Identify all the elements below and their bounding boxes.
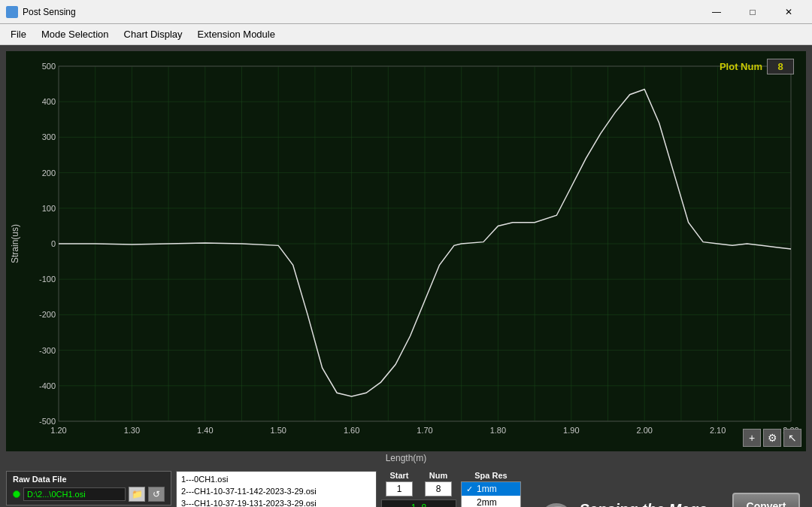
app-title: Post Sensing xyxy=(23,7,699,17)
list-item[interactable]: 2---CH1-10-37-11-142-2023-3-29.osi xyxy=(178,485,374,497)
app-icon xyxy=(6,6,18,18)
file-list[interactable]: 1---0CH1.osi2---CH1-10-37-11-142-2023-3-… xyxy=(176,471,377,507)
start-num-row: Start Num xyxy=(381,471,456,496)
spa-res-item[interactable]: ✓1mm xyxy=(462,482,520,496)
menu-mode-selection[interactable]: Mode Selection xyxy=(34,26,117,43)
start-label: Start xyxy=(389,471,408,480)
raw-data-file-row: D:\2...\0CH1.osi 📁 ↺ xyxy=(13,487,165,502)
raw-data-file-led xyxy=(13,490,20,498)
raw-data-file-folder-button[interactable]: 📁 xyxy=(129,487,145,502)
brand-circle-icon xyxy=(540,503,573,507)
raw-data-file-value: D:\2...\0CH1.osi xyxy=(23,487,126,501)
chart-nav: + ⚙ ↖ xyxy=(743,429,801,447)
raw-data-file-title: Raw Data File xyxy=(13,475,165,484)
num-label: Num xyxy=(429,471,447,480)
menu-file[interactable]: File xyxy=(3,26,34,43)
bottom-panel: Raw Data File D:\2...\0CH1.osi 📁 ↺ Raw D… xyxy=(0,466,812,507)
range-display: 1~8 xyxy=(381,499,456,507)
menu-bar: File Mode Selection Chart Display Extens… xyxy=(0,24,812,45)
spa-res-item[interactable]: 2mm xyxy=(462,496,520,507)
start-input[interactable] xyxy=(386,481,413,496)
zoom-in-button[interactable]: + xyxy=(743,429,761,447)
main-content: Plot Num 8 + ⚙ ↖ Length(m) Raw Data File… xyxy=(0,45,812,507)
cursor-button[interactable]: ↖ xyxy=(783,429,801,447)
settings-button[interactable]: ⚙ xyxy=(763,429,781,447)
spa-res-title: Spa Res xyxy=(461,471,521,480)
chart-wrapper: Plot Num 8 + ⚙ ↖ xyxy=(6,51,806,451)
title-bar: Post Sensing — □ ✕ xyxy=(0,0,812,24)
x-axis-label: Length(m) xyxy=(0,451,812,466)
convert-button[interactable]: Convert xyxy=(732,493,800,507)
plot-num-value: 8 xyxy=(767,59,794,74)
list-item[interactable]: 3---CH1-10-37-19-131-2023-3-29.osi xyxy=(178,497,374,507)
list-item[interactable]: 1---0CH1.osi xyxy=(178,473,374,485)
menu-extension-module[interactable]: Extension Module xyxy=(190,26,283,43)
brand-tagline: Sensing the Mega xyxy=(579,501,707,507)
plot-num-label: Plot Num xyxy=(720,61,762,72)
num-input[interactable] xyxy=(425,481,452,496)
window-controls: — □ ✕ xyxy=(699,2,806,23)
spa-res-list[interactable]: ✓1mm2mm5mm1cm2cm5cm10cm xyxy=(461,481,521,507)
brand-area: Sensing the Mega 昊衡科技 MegaSense xyxy=(526,471,722,507)
maximize-button[interactable]: □ xyxy=(735,2,770,23)
chart-canvas xyxy=(6,51,806,451)
minimize-button[interactable]: — xyxy=(699,2,734,23)
raw-data-file-refresh-button[interactable]: ↺ xyxy=(148,487,165,502)
menu-chart-display[interactable]: Chart Display xyxy=(117,26,190,43)
close-button[interactable]: ✕ xyxy=(771,2,806,23)
action-buttons: Convert Replay xyxy=(726,471,806,507)
start-num-panel: Start Num 1~8 Select Files xyxy=(381,471,456,507)
spa-res-panel: Spa Res ✓1mm2mm5mm1cm2cm5cm10cm xyxy=(461,471,521,507)
raw-data-file-box: Raw Data File D:\2...\0CH1.osi 📁 ↺ xyxy=(6,471,171,505)
plot-num-overlay: Plot Num 8 xyxy=(720,59,794,74)
info-boxes: Raw Data File D:\2...\0CH1.osi 📁 ↺ Raw D… xyxy=(6,471,171,507)
brand-logo: Sensing the Mega 昊衡科技 MegaSense xyxy=(540,501,707,507)
